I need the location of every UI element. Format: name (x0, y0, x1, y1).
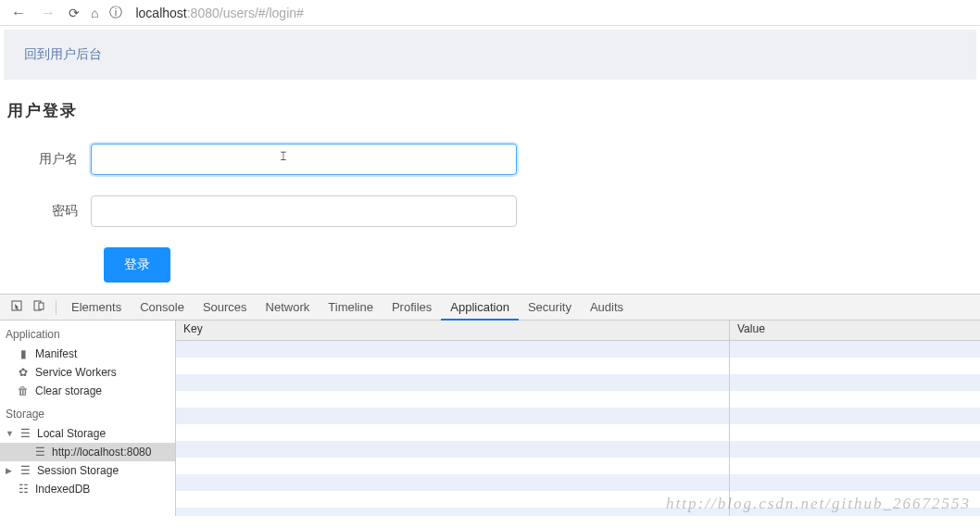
url-port: :8080 (187, 6, 220, 20)
table-row[interactable] (176, 424, 980, 441)
sidebar-item-label: Session Storage (37, 464, 119, 477)
sidebar-item-label: Local Storage (37, 427, 106, 440)
chevron-right-icon[interactable]: ▶ (6, 466, 13, 475)
back-to-admin-link[interactable]: 回到用户后台 (24, 46, 102, 61)
sidebar-item-session-storage[interactable]: ▶ ☰ Session Storage (0, 461, 175, 480)
site-info-icon[interactable]: ⓘ (107, 5, 124, 21)
browser-toolbar: ← → ⟳ ⌂ ⓘ localhost:8080/users/#/login# (0, 0, 980, 26)
login-content: 用户登录 用户名 密码 登录 (0, 83, 980, 294)
login-button[interactable]: 登录 (104, 247, 170, 283)
tab-application[interactable]: Application (441, 295, 519, 321)
forward-button: → (37, 5, 59, 21)
storage-icon: ☰ (33, 446, 46, 459)
kv-header: Key Value (176, 321, 980, 341)
tab-elements[interactable]: Elements (62, 295, 131, 321)
table-row[interactable] (176, 408, 980, 424)
sidebar-heading-application: Application (0, 321, 175, 345)
back-button[interactable]: ← (7, 5, 30, 21)
storage-icon: ☰ (19, 427, 31, 440)
password-label: 密码 (7, 203, 91, 220)
table-row[interactable] (176, 508, 980, 516)
table-row[interactable] (176, 358, 980, 374)
kv-value-header[interactable]: Value (730, 321, 980, 340)
gear-icon: ✿ (17, 366, 30, 379)
devtools-panel: Elements Console Sources Network Timelin… (0, 294, 980, 516)
address-bar[interactable]: localhost:8080/users/#/login# (132, 6, 973, 20)
sidebar-item-local-storage[interactable]: ▼ ☰ Local Storage (0, 424, 175, 443)
application-sidebar: Application ▮ Manifest ✿ Service Workers… (0, 321, 176, 516)
separator (56, 300, 57, 315)
sidebar-item-label: Clear storage (35, 384, 102, 397)
username-input[interactable] (91, 144, 517, 175)
device-toggle-icon[interactable] (28, 300, 50, 314)
tab-network[interactable]: Network (257, 295, 320, 321)
sidebar-item-label: Service Workers (35, 366, 117, 379)
sidebar-item-indexeddb[interactable]: ☷ IndexedDB (0, 480, 175, 498)
username-label: 用户名 (7, 151, 91, 168)
kv-rows (176, 341, 980, 516)
table-row[interactable] (176, 341, 980, 358)
inspect-icon[interactable] (6, 300, 28, 314)
file-icon: ▮ (17, 347, 30, 360)
url-path: /users/#/login# (220, 6, 304, 20)
tab-console[interactable]: Console (131, 295, 194, 321)
reload-icon[interactable]: ⟳ (67, 6, 82, 20)
devtools-tab-bar: Elements Console Sources Network Timelin… (0, 295, 980, 321)
username-row: 用户名 (7, 144, 973, 175)
sidebar-item-clear-storage[interactable]: 🗑 Clear storage (0, 382, 175, 400)
svg-rect-2 (39, 303, 44, 309)
table-row[interactable] (176, 441, 980, 458)
tab-audits[interactable]: Audits (581, 295, 633, 321)
tab-security[interactable]: Security (519, 295, 581, 321)
home-icon[interactable]: ⌂ (89, 6, 100, 20)
back-banner: 回到用户后台 (4, 30, 976, 80)
sidebar-heading-storage: Storage (0, 400, 175, 424)
table-row[interactable] (176, 458, 980, 474)
devtools-body: Application ▮ Manifest ✿ Service Workers… (0, 321, 980, 516)
sidebar-item-label: http://localhost:8080 (52, 446, 151, 459)
table-row[interactable] (176, 474, 980, 491)
sidebar-item-service-workers[interactable]: ✿ Service Workers (0, 363, 175, 382)
password-row: 密码 (7, 195, 973, 227)
table-row[interactable] (176, 391, 980, 408)
password-input[interactable] (91, 195, 517, 227)
tab-sources[interactable]: Sources (194, 295, 257, 321)
table-row[interactable] (176, 491, 980, 508)
sidebar-item-local-storage-origin[interactable]: ☰ http://localhost:8080 (0, 443, 175, 461)
trash-icon: 🗑 (17, 384, 30, 397)
database-icon: ☷ (17, 483, 30, 496)
tab-profiles[interactable]: Profiles (383, 295, 441, 321)
sidebar-item-manifest[interactable]: ▮ Manifest (0, 345, 175, 363)
kv-key-header[interactable]: Key (176, 321, 730, 340)
sidebar-item-label: Manifest (35, 347, 77, 360)
tab-timeline[interactable]: Timeline (319, 295, 383, 321)
chevron-down-icon[interactable]: ▼ (6, 429, 13, 438)
table-row[interactable] (176, 374, 980, 391)
page-title: 用户登录 (7, 100, 973, 121)
storage-icon: ☰ (19, 464, 31, 477)
url-host: localhost (135, 6, 186, 20)
sidebar-item-label: IndexedDB (35, 483, 90, 496)
key-value-panel: Key Value (176, 321, 980, 516)
